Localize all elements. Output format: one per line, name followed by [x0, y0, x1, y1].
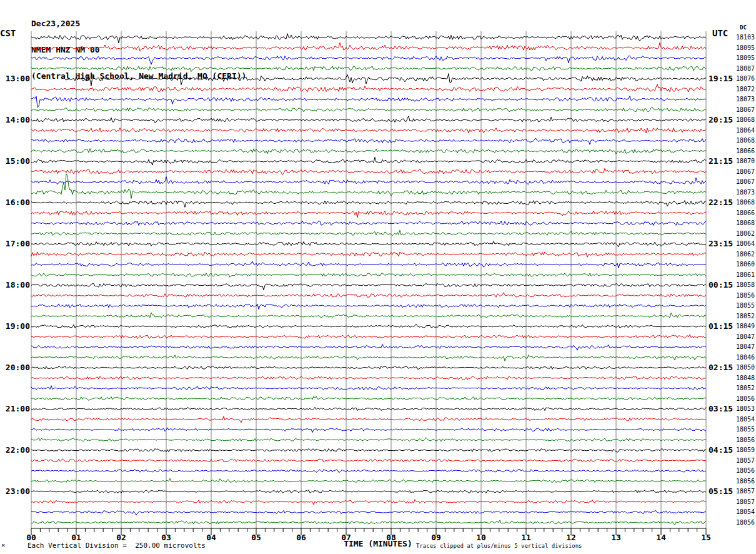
dc-value: 18053: [732, 405, 755, 412]
dc-value: 18076: [732, 75, 755, 82]
utc-hour-label: 22:15: [709, 198, 733, 207]
trace-row: [31, 324, 706, 328]
trace-row: [31, 520, 706, 525]
trace-row: [31, 261, 706, 268]
dc-value: 18064: [732, 240, 755, 247]
trace-row: [31, 273, 706, 278]
trace-row: [31, 174, 706, 199]
trace-row: [31, 138, 706, 144]
dc-value: 18056: [732, 436, 755, 443]
trace-row: [31, 252, 706, 257]
dc-value: 18062: [732, 230, 755, 237]
x-tick-label: 02: [110, 533, 132, 542]
dc-value: 18068: [732, 116, 755, 123]
utc-hour-label: 21:15: [709, 156, 733, 166]
trace-row: [31, 43, 706, 51]
dc-value: 18047: [732, 343, 755, 350]
trace-row: [31, 211, 706, 218]
utc-hour-label: 01:15: [709, 321, 733, 331]
dc-value: 18057: [732, 457, 755, 464]
x-tick-label: 12: [560, 533, 582, 542]
cst-hour-label: 18:00: [1, 280, 30, 290]
trace-row: [31, 34, 706, 43]
dc-value: 18048: [732, 375, 755, 381]
dc-value: 18057: [732, 498, 755, 505]
trace-row: [31, 313, 706, 318]
utc-hour-label: 04:15: [709, 445, 733, 455]
dc-value: 18067: [732, 178, 755, 185]
seismogram-plot: [0, 0, 756, 554]
utc-hour-label: 03:15: [709, 404, 733, 413]
trace-row: [31, 428, 706, 433]
dc-value: 18054: [732, 416, 755, 423]
utc-hour-label: 19:15: [709, 74, 733, 83]
x-tick-label: 05: [245, 533, 267, 542]
clipping-note: Traces clipped at plus/minus 5 vertical …: [416, 543, 582, 549]
trace-row: [31, 84, 706, 93]
cst-hour-label: 16:00: [1, 198, 30, 207]
dc-value: 18068: [732, 137, 755, 144]
dc-value: 18049: [732, 323, 755, 330]
cst-hour-label: 19:00: [1, 321, 30, 331]
vertical-division-note: Each Vertical Division = 250.00 microvol…: [27, 541, 206, 550]
dc-value: 18056: [732, 519, 755, 526]
x-tick-label: 03: [155, 533, 177, 542]
dc-value: 18057: [732, 488, 755, 495]
trace-row: [31, 366, 706, 370]
x-tick-label: 14: [650, 533, 672, 542]
x-tick-label: 15: [695, 533, 717, 542]
trace-row: [31, 510, 706, 515]
trace-row: [31, 407, 706, 411]
dc-value: 18068: [732, 219, 755, 226]
trace-row: [31, 376, 706, 380]
dc-value: 18068: [732, 199, 755, 206]
dc-value: 18073: [732, 96, 755, 103]
x-tick-label: 04: [200, 533, 222, 542]
trace-row: [31, 221, 706, 225]
trace-row: [31, 386, 706, 390]
trace-row: [31, 283, 706, 290]
trace-row: [31, 304, 706, 310]
trace-row: [31, 241, 706, 247]
cst-hour-label: 14:00: [1, 115, 30, 124]
trace-row: [31, 201, 706, 208]
trace-row: [65, 74, 706, 86]
trace-row: [31, 470, 706, 473]
trace-row: [31, 438, 706, 441]
x-tick-label: 00: [20, 533, 42, 542]
dc-value: 18072: [732, 86, 755, 93]
dc-value: 18073: [732, 189, 755, 196]
dc-value: 18061: [732, 271, 755, 278]
trace-row: [31, 459, 706, 462]
x-tick-label: 06: [290, 533, 312, 542]
dc-value: 18056: [732, 292, 755, 299]
dc-value: 18070: [732, 158, 755, 164]
utc-hour-label: 05:15: [709, 486, 733, 496]
trace-row: [31, 128, 706, 133]
utc-hour-label: 00:15: [709, 280, 733, 290]
dc-value: 18059: [732, 446, 755, 453]
dc-value: 18087: [732, 65, 755, 72]
dc-value: 18050: [732, 364, 755, 371]
dc-value: 18095: [732, 54, 755, 61]
corner-mark: M: [2, 543, 4, 548]
trace-row: [31, 293, 706, 298]
trace-row: [31, 107, 706, 112]
dc-value: 18052: [732, 385, 755, 391]
trace-row: [31, 335, 706, 339]
cst-hour-label: 17:00: [1, 239, 30, 248]
trace-row: [31, 168, 706, 174]
trace-row: [31, 116, 706, 123]
cst-hour-label: 20:00: [1, 363, 30, 372]
dc-value: 18054: [732, 508, 755, 515]
trace-row: [31, 500, 706, 505]
dc-value: 18095: [732, 44, 755, 51]
dc-value: 18056: [732, 395, 755, 402]
trace-row: [31, 66, 706, 72]
heliplot-page: Dec23,2025 NMEM HNZ NM 00 (Central High …: [0, 0, 756, 554]
dc-value: 18058: [732, 281, 755, 288]
dc-value: 18055: [732, 302, 755, 309]
dc-value: 18055: [732, 426, 755, 433]
dc-value: 18052: [732, 313, 755, 320]
trace-row: [31, 355, 706, 361]
